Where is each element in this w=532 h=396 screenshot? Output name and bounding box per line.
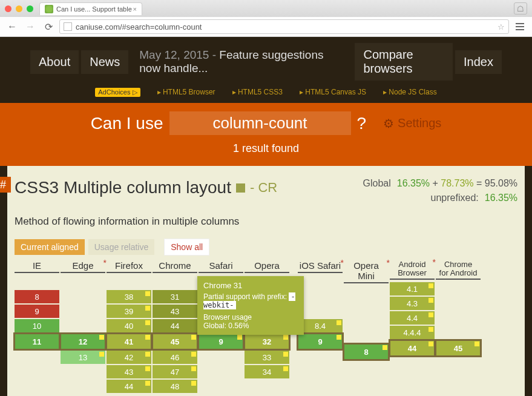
toggle-show-all[interactable]: Show all <box>164 239 209 256</box>
version-cell[interactable]: 33 <box>245 351 289 364</box>
note-icon <box>337 320 341 325</box>
close-window-button[interactable] <box>5 5 11 12</box>
browser-header[interactable]: Opera Mini* <box>344 259 389 283</box>
tab-bar: Can I use... Support table × ☖ <box>0 0 532 17</box>
version-cell[interactable]: 4.4.4 <box>390 326 435 339</box>
view-toggles: Current aligned Usage relative Show all <box>15 239 517 256</box>
version-cell[interactable]: 44 <box>153 319 197 332</box>
close-tab-icon[interactable]: × <box>133 5 137 13</box>
profile-button[interactable]: ☖ <box>514 2 527 15</box>
version-cell[interactable]: 4.3 <box>390 297 435 310</box>
adchoices-badge[interactable]: AdChoices ▷ <box>95 88 140 97</box>
browser-header[interactable]: IE <box>15 259 59 273</box>
version-cell[interactable]: 45 <box>153 334 197 349</box>
hamburger-menu-button[interactable] <box>513 19 527 34</box>
note-icon <box>237 335 242 340</box>
browser-header[interactable]: Firefox <box>107 259 151 273</box>
browser-column: IE891011 <box>15 259 59 396</box>
toggle-current-aligned[interactable]: Current aligned <box>15 239 85 255</box>
browser-header[interactable]: iOS Safari* <box>298 259 343 273</box>
version-cell[interactable]: 8 <box>15 290 59 303</box>
ad-link[interactable]: Node JS Class <box>383 88 437 97</box>
version-cell[interactable]: 39 <box>107 305 151 318</box>
ad-link[interactable]: HTML5 Browser <box>157 88 215 97</box>
bookmark-star-icon[interactable]: ☆ <box>498 22 505 31</box>
note-icon <box>145 291 150 296</box>
version-cell[interactable]: 43 <box>107 365 151 378</box>
version-cell[interactable]: 9 <box>199 334 243 349</box>
version-cell[interactable]: 48 <box>153 380 197 393</box>
search-band: Can I use ? ⚙ Settings 1 result found <box>0 103 532 166</box>
nav-compare[interactable]: Compare browsers <box>355 43 453 81</box>
version-cell[interactable]: 34 <box>245 365 289 378</box>
version-cell[interactable]: 9 <box>15 305 59 318</box>
version-cell[interactable]: 44 <box>107 380 151 393</box>
note-icon <box>145 306 150 311</box>
url-text: caniuse.com/#search=column-count <box>76 22 202 31</box>
browser-header[interactable]: Chrome for Android <box>436 259 481 280</box>
version-cell[interactable]: 41 <box>107 334 151 349</box>
reload-button[interactable]: ⟳ <box>41 19 56 34</box>
browser-chrome: Can I use... Support table × ☖ ← → ⟳ can… <box>0 0 532 37</box>
ad-link[interactable]: HTML5 Canvas JS <box>300 88 366 97</box>
note-icon <box>283 352 288 357</box>
version-cell[interactable]: 12 <box>61 334 105 349</box>
version-cell[interactable]: 13 <box>61 351 105 364</box>
nav-index[interactable]: Index <box>455 50 502 74</box>
version-cell[interactable]: 10 <box>15 319 59 332</box>
version-cell[interactable]: 4.4 <box>390 311 435 325</box>
version-cell[interactable]: 42 <box>107 351 151 364</box>
back-button[interactable]: ← <box>5 19 19 34</box>
version-cell[interactable]: 40 <box>107 319 151 332</box>
version-cell[interactable]: 44 <box>390 340 435 356</box>
zoom-window-button[interactable] <box>27 5 33 12</box>
note-icon <box>429 298 433 303</box>
note-icon <box>383 345 387 350</box>
note-icon <box>99 352 104 357</box>
version-cell[interactable]: 38 <box>107 290 151 303</box>
search-input[interactable] <box>169 111 351 135</box>
version-cell[interactable]: 45 <box>436 340 481 356</box>
version-cell[interactable]: 47 <box>153 365 197 378</box>
tooltip-title: Chrome 31 <box>203 281 298 290</box>
nav-news[interactable]: News <box>81 50 128 74</box>
toggle-usage-relative[interactable]: Usage relative <box>88 239 155 255</box>
browser-header[interactable]: Android Browser* <box>390 259 435 280</box>
nav-about[interactable]: About <box>30 50 79 74</box>
version-cell[interactable]: 43 <box>153 305 197 318</box>
browser-header[interactable]: Chrome <box>153 259 197 273</box>
ad-link[interactable]: HTML5 CSS3 <box>232 88 283 97</box>
note-icon <box>283 335 288 340</box>
version-cell[interactable]: 46 <box>153 351 197 364</box>
browser-header[interactable]: Safari <box>199 259 243 273</box>
page-content: About News May 12, 2015 - Feature sugges… <box>0 37 532 396</box>
version-cell[interactable]: 11 <box>15 334 59 349</box>
version-cell[interactable]: 4.1 <box>390 282 435 295</box>
version-cell[interactable]: 9 <box>298 334 343 349</box>
browser-column: Firefox38394041424344 <box>107 259 151 396</box>
version-tooltip: Chrome 31 Partial support with prefix: -… <box>197 276 304 335</box>
spec-box-icon[interactable] <box>236 183 245 193</box>
version-cell[interactable]: 8 <box>344 344 389 360</box>
global-label: Global <box>363 178 390 189</box>
note-icon <box>191 352 196 357</box>
forward-button[interactable]: → <box>23 19 38 34</box>
version-cell[interactable]: 31 <box>153 290 197 303</box>
note-icon <box>191 366 196 371</box>
permalink-hash-button[interactable]: # <box>0 177 11 193</box>
browser-header[interactable]: Opera <box>245 259 289 273</box>
address-bar[interactable]: caniuse.com/#search=column-count ☆ <box>59 19 509 34</box>
browser-tab[interactable]: Can I use... Support table × <box>39 2 142 15</box>
version-cell[interactable]: 8.4 <box>298 319 343 332</box>
note-icon <box>283 366 288 371</box>
browser-header[interactable]: Edge* <box>61 259 105 273</box>
minimize-window-button[interactable] <box>16 5 22 12</box>
global-partial-pct: 78.73% <box>441 178 473 188</box>
note-icon <box>429 342 433 346</box>
note-icon <box>475 342 479 346</box>
nav-news-item[interactable]: May 12, 2015 - Feature suggestions now h… <box>131 44 350 80</box>
tooltip-usage-value: Global: 0.56% <box>203 322 298 330</box>
settings-button[interactable]: ⚙ Settings <box>383 116 441 131</box>
version-cell[interactable]: 32 <box>245 334 289 349</box>
feature-description: Method of flowing information in multipl… <box>15 216 517 228</box>
